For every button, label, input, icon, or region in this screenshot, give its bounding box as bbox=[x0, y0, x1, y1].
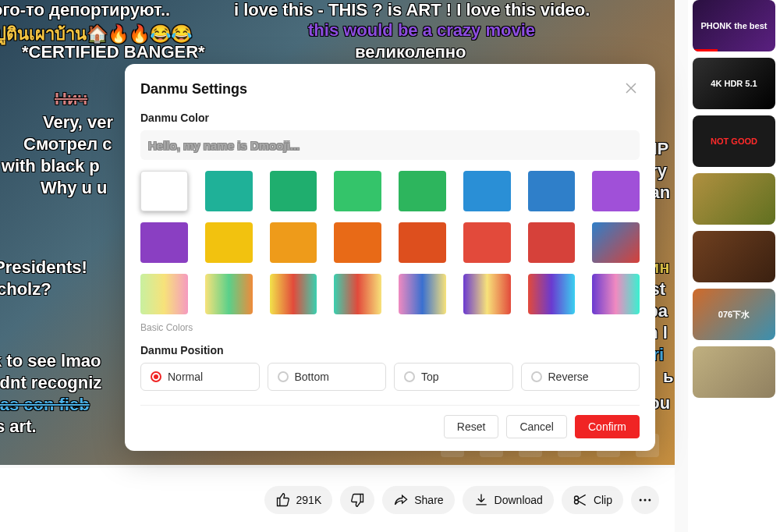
video-action-bar: 291K Share Download Clip bbox=[0, 468, 675, 532]
color-swatch[interactable] bbox=[592, 274, 640, 314]
danmu-comment: Нич bbox=[55, 89, 87, 109]
download-button[interactable]: Download bbox=[463, 486, 554, 514]
position-label: Normal bbox=[168, 371, 203, 383]
thumbs-up-icon bbox=[275, 492, 291, 508]
download-icon bbox=[473, 492, 489, 508]
clip-button[interactable]: Clip bbox=[562, 486, 623, 514]
like-count: 291K bbox=[296, 494, 322, 506]
color-swatch[interactable] bbox=[334, 171, 381, 211]
cancel-button[interactable]: Cancel bbox=[506, 415, 567, 438]
recommendation-thumbnail[interactable]: 076下水 bbox=[693, 289, 775, 340]
position-option-reverse[interactable]: Reverse bbox=[521, 363, 640, 391]
danmu-comment: k to see lmao bbox=[0, 351, 101, 371]
color-swatch[interactable] bbox=[205, 222, 253, 263]
danmu-comment: ого-то депортируют.. bbox=[0, 0, 170, 20]
radio-icon bbox=[531, 371, 542, 382]
dislike-button[interactable] bbox=[340, 486, 374, 514]
color-swatch[interactable] bbox=[528, 274, 576, 314]
danmu-comment: i love this - THIS ? is ART ! I love thi… bbox=[234, 0, 590, 20]
color-swatch[interactable] bbox=[140, 171, 188, 211]
position-option-bottom[interactable]: Bottom bbox=[268, 363, 387, 391]
color-swatch[interactable] bbox=[463, 171, 511, 211]
color-swatch[interactable] bbox=[463, 222, 511, 263]
color-swatch[interactable] bbox=[592, 171, 640, 211]
position-section-label: Danmu Position bbox=[140, 344, 640, 356]
share-label: Share bbox=[414, 494, 443, 506]
danmu-comment: this would be a crazy movie bbox=[308, 20, 535, 41]
danmu-comment: ь bbox=[663, 367, 674, 387]
thumbnail-label: 4K HDR 5.1 bbox=[711, 79, 757, 88]
recommendation-thumbnail[interactable]: 4K HDR 5.1 bbox=[693, 58, 775, 109]
position-label: Reverse bbox=[548, 371, 589, 383]
more-actions-button[interactable] bbox=[631, 486, 659, 514]
danmu-comment: eñas con fieb bbox=[0, 395, 90, 415]
color-swatch[interactable] bbox=[399, 171, 446, 211]
danmu-comment: cholz? bbox=[0, 279, 51, 300]
reset-button[interactable]: Reset bbox=[444, 415, 499, 438]
color-swatch-grid bbox=[140, 171, 640, 314]
color-swatch[interactable] bbox=[140, 274, 188, 314]
danmu-comment: *CERTIFIED BANGER* bbox=[22, 42, 205, 62]
close-button[interactable] bbox=[622, 78, 640, 101]
svg-point-2 bbox=[648, 499, 651, 502]
color-swatch[interactable] bbox=[270, 274, 317, 314]
position-row: NormalBottomTopReverse bbox=[140, 363, 640, 391]
position-label: Bottom bbox=[295, 371, 329, 383]
color-swatch[interactable] bbox=[270, 222, 317, 263]
color-swatch[interactable] bbox=[528, 222, 576, 263]
svg-point-1 bbox=[644, 499, 647, 502]
color-swatch[interactable] bbox=[399, 274, 446, 314]
thumbnail-label: 076下水 bbox=[718, 309, 750, 321]
color-swatch[interactable] bbox=[205, 274, 253, 314]
share-icon bbox=[393, 492, 409, 508]
position-option-top[interactable]: Top bbox=[394, 363, 513, 391]
color-preview: Hello, my name is Dmooji... bbox=[140, 130, 640, 160]
danmu-comment: s art. bbox=[0, 417, 37, 437]
svg-point-0 bbox=[640, 499, 642, 502]
danmu-comment: Why u u bbox=[41, 178, 108, 198]
color-swatch[interactable] bbox=[334, 222, 381, 263]
radio-icon bbox=[278, 371, 289, 382]
more-icon bbox=[637, 492, 653, 508]
recommendation-thumbnail[interactable] bbox=[693, 346, 775, 398]
progress-bar bbox=[693, 49, 718, 51]
recommendation-thumbnail[interactable]: PHONK the best bbox=[693, 0, 775, 51]
position-option-normal[interactable]: Normal bbox=[140, 363, 260, 391]
recommendation-sidebar: PHONK the best4K HDR 5.1NOT GOOD076下水 bbox=[688, 0, 780, 532]
recommendation-thumbnail[interactable] bbox=[693, 231, 775, 282]
close-icon bbox=[626, 83, 636, 94]
color-swatch[interactable] bbox=[270, 171, 317, 211]
danmu-comment: великолепно bbox=[355, 42, 466, 62]
danmu-comment: Very, ver bbox=[43, 112, 113, 133]
color-swatch[interactable] bbox=[528, 171, 576, 211]
recommendation-thumbnail[interactable] bbox=[693, 173, 775, 225]
radio-icon bbox=[151, 371, 161, 382]
thumbnail-label: PHONK the best bbox=[701, 21, 768, 30]
color-swatch[interactable] bbox=[463, 274, 511, 314]
scissors-icon bbox=[573, 492, 588, 508]
color-swatch[interactable] bbox=[399, 222, 446, 263]
clip-label: Clip bbox=[594, 494, 612, 506]
danmu-comment: didnt recogniz bbox=[0, 373, 101, 393]
position-label: Top bbox=[421, 371, 439, 383]
danmu-comment: Presidents! bbox=[0, 257, 87, 278]
color-swatch[interactable] bbox=[205, 171, 253, 211]
confirm-button[interactable]: Confirm bbox=[575, 415, 640, 438]
color-swatch[interactable] bbox=[592, 222, 640, 263]
color-swatch[interactable] bbox=[140, 222, 188, 263]
like-button[interactable]: 291K bbox=[264, 486, 333, 514]
danmu-settings-modal: Danmu Settings Danmu Color Hello, my nam… bbox=[125, 64, 655, 451]
color-swatch[interactable] bbox=[334, 274, 381, 314]
color-section-label: Danmu Color bbox=[140, 112, 640, 124]
basic-colors-label: Basic Colors bbox=[140, 322, 640, 333]
thumbnail-label: NOT GOOD bbox=[711, 137, 757, 146]
thumbs-down-icon bbox=[349, 492, 365, 508]
download-label: Download bbox=[495, 494, 543, 506]
danmu-comment: Смотрел с bbox=[23, 134, 112, 154]
recommendation-thumbnail[interactable]: NOT GOOD bbox=[693, 115, 775, 167]
share-button[interactable]: Share bbox=[382, 486, 454, 514]
danmu-comment: ne with black p bbox=[0, 156, 100, 176]
radio-icon bbox=[404, 371, 415, 382]
modal-title: Danmu Settings bbox=[140, 81, 247, 98]
